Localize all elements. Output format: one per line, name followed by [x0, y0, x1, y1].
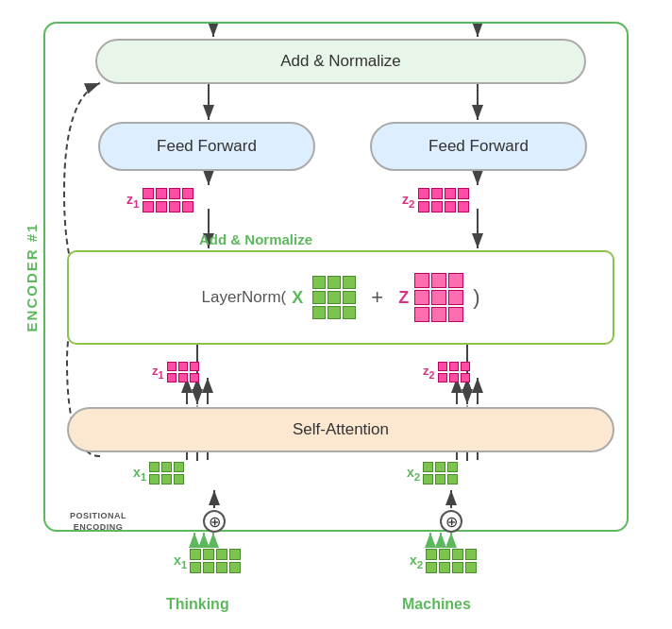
grid-cell-pink	[448, 273, 463, 288]
x1-bottom-label: x1	[174, 552, 187, 570]
grid-cell-green	[216, 549, 227, 560]
grid-cell	[167, 373, 176, 382]
grid-cell-green	[203, 562, 214, 573]
pos-enc-circle-symbol-right: ⊕	[440, 510, 462, 533]
z1-label: z1	[126, 192, 139, 210]
diagram: ENCODER #1 Add & Normalize Feed Forward …	[15, 12, 657, 617]
grid-cell-pink	[448, 290, 463, 305]
z1-sa-label: z1	[152, 364, 164, 381]
grid-cell-green	[439, 562, 450, 573]
grid-cell-pink	[414, 290, 429, 305]
grid-cell	[449, 373, 459, 382]
pos-enc-circle-symbol-left: ⊕	[203, 510, 226, 533]
grid-cell	[445, 188, 456, 199]
grid-cell-green	[426, 549, 437, 560]
grid-cell	[418, 188, 429, 199]
grid-cell-green	[465, 549, 477, 560]
grid-cell-green	[328, 306, 341, 319]
grid-cell	[461, 362, 470, 371]
grid-cell	[458, 188, 469, 199]
x2-bottom-label: x2	[410, 552, 423, 570]
pos-enc-circle-right: ⊕	[440, 510, 462, 533]
grid-cell-green	[343, 291, 356, 304]
grid-cell-green	[435, 462, 445, 472]
grid-cell	[438, 373, 447, 382]
grid-cell-green	[149, 462, 160, 472]
grid-cell	[167, 362, 176, 371]
grid-cell-green	[465, 562, 477, 573]
grid-cell-green	[426, 562, 437, 573]
close-paren: )	[473, 285, 479, 310]
z-label-layernorm: Z	[398, 288, 409, 308]
x-grid-layernorm	[312, 276, 356, 319]
word-machines: Machines	[402, 596, 471, 613]
grid-cell-green	[312, 276, 326, 289]
grid-cell	[431, 201, 443, 212]
grid-cell-pink	[431, 307, 446, 322]
grid-cell-pink	[448, 307, 463, 322]
grid-cell	[445, 201, 456, 212]
grid-cell-green	[216, 562, 227, 573]
z2-grid	[418, 188, 469, 212]
add-normalize-top: Add & Normalize	[95, 39, 586, 84]
grid-cell-green	[190, 549, 201, 560]
grid-cell	[438, 362, 447, 371]
word-thinking-label: Thinking	[166, 596, 229, 612]
positional-encoding-label: POSITIONALENCODING	[70, 511, 126, 533]
grid-cell-green	[229, 562, 241, 573]
pos-enc-text: POSITIONALENCODING	[70, 511, 126, 532]
grid-cell-green	[312, 306, 326, 319]
grid-cell-pink	[431, 290, 446, 305]
encoder-label-text: ENCODER #1	[25, 222, 41, 332]
ff-right-box: Feed Forward	[370, 122, 587, 171]
grid-cell	[418, 201, 429, 212]
grid-cell	[169, 188, 180, 199]
ff-right-label: Feed Forward	[428, 137, 529, 156]
x1-sa-label: x1	[133, 465, 146, 483]
layernorm-box: LayerNorm( X + Z	[67, 250, 614, 345]
grid-cell-green	[423, 474, 433, 484]
grid-cell-green	[312, 291, 326, 304]
x2-sa-label: x2	[407, 465, 420, 483]
x1-sa-block: x1	[133, 462, 184, 484]
grid-cell-green	[174, 462, 184, 472]
grid-cell	[178, 373, 188, 382]
grid-cell	[143, 188, 154, 199]
z2-sa-block: z2	[423, 362, 470, 382]
ff-left-label: Feed Forward	[157, 137, 257, 156]
grid-cell-pink	[431, 273, 446, 288]
x-label-layernorm: X	[292, 288, 303, 308]
grid-cell	[178, 362, 188, 371]
grid-cell-green	[149, 474, 160, 484]
grid-cell	[182, 188, 193, 199]
grid-cell-green	[328, 291, 341, 304]
grid-cell-green	[343, 306, 356, 319]
self-attention-label: Self-Attention	[293, 420, 389, 439]
word-machines-label: Machines	[402, 596, 471, 612]
grid-cell	[431, 188, 443, 199]
grid-cell-green	[174, 474, 184, 484]
add-normalize-green-label: Add & Normalize	[199, 231, 312, 247]
encoder-label: ENCODER #1	[23, 22, 42, 532]
grid-cell-green	[343, 276, 356, 289]
plus-sign: +	[371, 285, 383, 310]
grid-cell-green	[447, 462, 458, 472]
x2-bottom-block: x2	[410, 549, 477, 573]
self-attention-box: Self-Attention	[67, 407, 614, 452]
add-normalize-top-label: Add & Normalize	[280, 52, 401, 71]
grid-cell-pink	[414, 273, 429, 288]
z2-sa-label: z2	[423, 364, 435, 381]
x1-bottom-block: x1	[174, 549, 241, 573]
grid-cell	[143, 201, 154, 212]
ff-left-box: Feed Forward	[98, 122, 315, 171]
grid-cell-green	[452, 562, 463, 573]
grid-cell	[169, 201, 180, 212]
x2-sa-block: x2	[407, 462, 458, 484]
grid-cell	[449, 362, 459, 371]
grid-cell-green	[447, 474, 458, 484]
z1-block-left: z1	[126, 188, 193, 212]
grid-cell	[182, 201, 193, 212]
pos-enc-circle-left: ⊕	[203, 510, 226, 533]
grid-cell-green	[435, 474, 445, 484]
add-normalize-green: Add & Normalize	[199, 231, 312, 247]
